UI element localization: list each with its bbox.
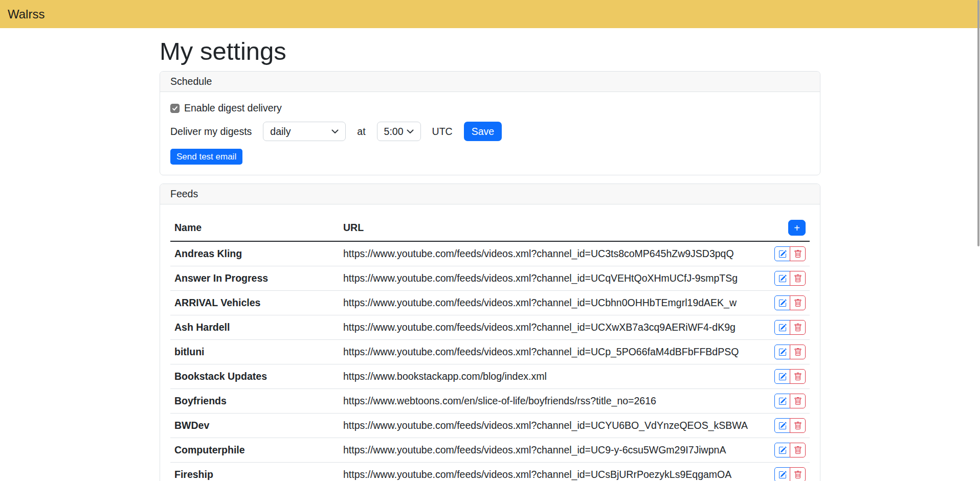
delete-feed-button[interactable] xyxy=(790,467,806,481)
feed-name: Andreas Kling xyxy=(170,241,339,266)
trash-icon xyxy=(794,250,802,258)
feed-action-group xyxy=(774,295,806,310)
feeds-card: Feeds Name URL + Andreas Kling h xyxy=(160,184,820,481)
feed-url: https://www.youtube.com/feeds/videos.xml… xyxy=(339,241,759,266)
feed-name: BWDev xyxy=(170,414,339,438)
edit-feed-button[interactable] xyxy=(774,369,790,384)
edit-feed-button[interactable] xyxy=(774,443,790,457)
feed-name: Ash Hardell xyxy=(170,315,339,340)
feed-actions xyxy=(759,340,810,364)
delete-feed-button[interactable] xyxy=(790,345,806,359)
feed-actions xyxy=(759,438,810,463)
pencil-square-icon xyxy=(778,446,787,454)
feeds-table-header-row: Name URL + xyxy=(170,215,810,241)
trash-icon xyxy=(794,397,802,405)
feed-action-group xyxy=(774,443,806,457)
feeds-table: Name URL + Andreas Kling https://www.you… xyxy=(170,215,810,481)
enable-digest-row: Enable digest delivery xyxy=(170,102,810,114)
scrollbar-thumb[interactable] xyxy=(977,0,979,246)
feed-actions xyxy=(759,364,810,389)
edit-feed-button[interactable] xyxy=(774,271,790,286)
pencil-square-icon xyxy=(778,299,787,307)
feed-name: Fireship xyxy=(170,463,339,481)
feed-url: https://www.youtube.com/feeds/videos.xml… xyxy=(339,315,759,340)
trash-icon xyxy=(794,274,802,283)
trash-icon xyxy=(794,446,802,454)
send-test-email-button[interactable]: Send test email xyxy=(170,149,242,165)
feed-name: ARRIVAL Vehicles xyxy=(170,291,339,315)
feed-action-group xyxy=(774,394,806,408)
trash-icon xyxy=(794,299,802,307)
pencil-square-icon xyxy=(778,397,787,405)
feed-url: https://www.youtube.com/feeds/videos.xml… xyxy=(339,438,759,463)
feed-name: Bookstack Updates xyxy=(170,364,339,389)
edit-feed-button[interactable] xyxy=(774,246,790,261)
trash-icon xyxy=(794,348,802,356)
feed-action-group xyxy=(774,271,806,286)
feed-action-group xyxy=(774,369,806,384)
feed-actions xyxy=(759,291,810,315)
feed-url: https://www.bookstackapp.com/blog/index.… xyxy=(339,364,759,389)
check-icon xyxy=(172,105,178,111)
edit-feed-button[interactable] xyxy=(774,345,790,359)
column-header-url: URL xyxy=(339,215,759,241)
enable-digest-label: Enable digest delivery xyxy=(184,102,282,114)
pencil-square-icon xyxy=(778,274,787,283)
trash-icon xyxy=(794,324,802,332)
schedule-card-body: Enable digest delivery Deliver my digest… xyxy=(160,92,820,175)
table-row: bitluni https://www.youtube.com/feeds/vi… xyxy=(170,340,810,364)
delete-feed-button[interactable] xyxy=(790,443,806,457)
delete-feed-button[interactable] xyxy=(790,295,806,310)
feeds-card-header: Feeds xyxy=(160,184,820,204)
schedule-card: Schedule Enable digest delivery Deliver … xyxy=(160,71,820,175)
table-row: Fireship https://www.youtube.com/feeds/v… xyxy=(170,463,810,481)
app-brand[interactable]: Walrss xyxy=(8,7,44,21)
feed-url: https://www.youtube.com/feeds/videos.xml… xyxy=(339,291,759,315)
table-row: ARRIVAL Vehicles https://www.youtube.com… xyxy=(170,291,810,315)
pencil-square-icon xyxy=(778,250,787,258)
pencil-square-icon xyxy=(778,373,787,381)
delete-feed-button[interactable] xyxy=(790,271,806,286)
feed-actions xyxy=(759,241,810,266)
edit-feed-button[interactable] xyxy=(774,320,790,335)
deliver-label: Deliver my digests xyxy=(170,126,252,138)
edit-feed-button[interactable] xyxy=(774,467,790,481)
edit-feed-button[interactable] xyxy=(774,394,790,408)
edit-feed-button[interactable] xyxy=(774,418,790,433)
feed-url: https://www.youtube.com/feeds/videos.xml… xyxy=(339,266,759,291)
feed-action-group xyxy=(774,320,806,335)
feed-actions xyxy=(759,315,810,340)
delete-feed-button[interactable] xyxy=(790,320,806,335)
feeds-card-body: Name URL + Andreas Kling https://www.you… xyxy=(160,204,820,481)
enable-digest-checkbox[interactable] xyxy=(170,104,180,113)
time-select[interactable]: 5:00 xyxy=(377,122,421,141)
timezone-label: UTC xyxy=(432,126,453,138)
feed-url: https://www.youtube.com/feeds/videos.xml… xyxy=(339,340,759,364)
feed-name: bitluni xyxy=(170,340,339,364)
table-row: Computerphile https://www.youtube.com/fe… xyxy=(170,438,810,463)
delete-feed-button[interactable] xyxy=(790,246,806,261)
save-button[interactable]: Save xyxy=(464,122,502,141)
table-row: Andreas Kling https://www.youtube.com/fe… xyxy=(170,241,810,266)
add-feed-button[interactable]: + xyxy=(788,220,806,236)
trash-icon xyxy=(794,373,802,381)
frequency-select[interactable]: daily xyxy=(263,122,346,141)
plus-icon: + xyxy=(794,223,800,233)
edit-feed-button[interactable] xyxy=(774,295,790,310)
delete-feed-button[interactable] xyxy=(790,369,806,384)
table-row: Answer In Progress https://www.youtube.c… xyxy=(170,266,810,291)
feed-name: Boyfriends xyxy=(170,389,339,414)
feed-action-group xyxy=(774,345,806,359)
at-label: at xyxy=(357,126,365,138)
table-row: Ash Hardell https://www.youtube.com/feed… xyxy=(170,315,810,340)
navbar: Walrss xyxy=(0,0,980,28)
feed-name: Computerphile xyxy=(170,438,339,463)
feed-actions xyxy=(759,389,810,414)
column-header-name: Name xyxy=(170,215,339,241)
delete-feed-button[interactable] xyxy=(790,394,806,408)
delete-feed-button[interactable] xyxy=(790,418,806,433)
feed-name: Answer In Progress xyxy=(170,266,339,291)
pencil-square-icon xyxy=(778,422,787,430)
feed-action-group xyxy=(774,246,806,261)
feed-action-group xyxy=(774,418,806,433)
